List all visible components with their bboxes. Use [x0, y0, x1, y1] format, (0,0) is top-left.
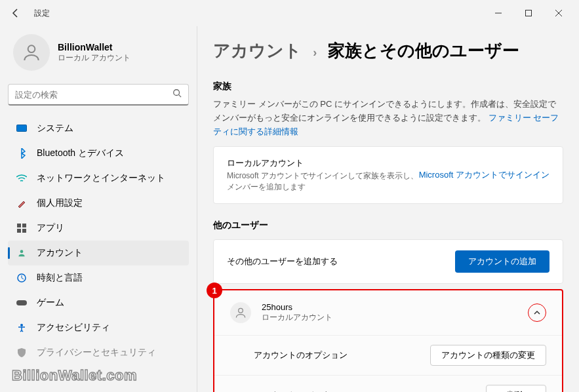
svg-rect-5 — [17, 125, 27, 132]
svg-line-4 — [179, 95, 182, 98]
breadcrumb-parent[interactable]: アカウント — [213, 41, 302, 60]
search-input[interactable] — [8, 84, 189, 106]
family-section-desc: ファミリー メンバーがこの PC にサインインできるようにします。作成者は、安全… — [213, 98, 563, 138]
network-icon — [16, 172, 28, 184]
sidebar-item-accessibility[interactable]: アクセシビリティ — [8, 315, 189, 340]
sidebar-item-label: Bluetooth とデバイス — [37, 147, 124, 159]
apps-icon — [16, 222, 28, 234]
account-data-label: アカウントとデータ — [254, 389, 330, 392]
accounts-icon — [16, 247, 28, 259]
sidebar-item-label: 時刻と言語 — [37, 272, 83, 284]
sidebar-item-personalize[interactable]: 個人用設定 — [8, 191, 189, 216]
sidebar: BillionWallet ローカル アカウント システムBluetooth と… — [0, 26, 197, 392]
svg-rect-12 — [16, 300, 27, 305]
system-icon — [16, 123, 28, 134]
add-account-button[interactable]: アカウントの追加 — [455, 250, 549, 273]
sidebar-item-label: 個人用設定 — [37, 197, 83, 209]
sidebar-item-label: ネットワークとインターネット — [37, 172, 165, 184]
family-section-title: 家族 — [213, 81, 563, 92]
chevron-up-icon[interactable] — [528, 304, 546, 322]
nav-list: システムBluetooth とデバイスネットワークとインターネット個人用設定アプ… — [8, 116, 189, 392]
local-card-sub: Microsoft アカウントでサインインして家族を表示し、メンバーを追加します — [227, 170, 419, 193]
other-users-title: 他のユーザー — [213, 220, 563, 231]
content-area: アカウント › 家族とその他のユーザー 家族 ファミリー メンバーがこの PC … — [197, 26, 579, 392]
minimize-button[interactable] — [483, 3, 513, 24]
sidebar-item-label: システム — [37, 123, 73, 134]
ms-signin-link[interactable]: Microsoft アカウントでサインイン — [419, 169, 549, 181]
sidebar-item-label: プライバシーとセキュリティ — [37, 347, 156, 359]
user-expanded-panel: 1 25hours ローカルアカウント アカウントのオプション アカウントの種類… — [213, 289, 563, 392]
add-user-card: その他のユーザーを追加する アカウントの追加 — [213, 239, 563, 284]
avatar-icon — [13, 34, 50, 71]
maximize-button[interactable] — [513, 3, 544, 24]
back-button[interactable] — [5, 3, 26, 24]
user-type: ローカルアカウント — [262, 312, 528, 323]
svg-point-3 — [174, 90, 180, 96]
svg-point-14 — [239, 309, 243, 313]
privacy-icon — [16, 347, 28, 359]
profile-name: BillionWallet — [58, 42, 130, 52]
svg-point-10 — [20, 250, 24, 253]
sidebar-item-network[interactable]: ネットワークとインターネット — [8, 166, 189, 191]
svg-point-13 — [20, 324, 23, 326]
delete-account-button[interactable]: 削除 — [486, 385, 546, 392]
sidebar-item-label: アカウント — [37, 247, 83, 259]
sidebar-item-gaming[interactable]: ゲーム — [8, 290, 189, 315]
window-title: 設定 — [34, 8, 50, 19]
svg-rect-6 — [17, 224, 21, 227]
personalize-icon — [16, 197, 28, 209]
svg-rect-7 — [22, 224, 26, 227]
account-data-row: アカウントとデータ 削除 — [214, 375, 562, 392]
svg-rect-8 — [17, 229, 21, 233]
svg-rect-1 — [526, 10, 532, 16]
svg-point-2 — [28, 45, 35, 52]
user-avatar-icon — [230, 302, 251, 323]
chevron-right-icon: › — [313, 46, 317, 59]
sidebar-item-apps[interactable]: アプリ — [8, 216, 189, 241]
account-options-label: アカウントのオプション — [254, 349, 348, 361]
account-options-row: アカウントのオプション アカウントの種類の変更 — [214, 335, 562, 375]
profile-block[interactable]: BillionWallet ローカル アカウント — [8, 26, 189, 84]
sidebar-item-label: アクセシビリティ — [37, 322, 110, 334]
sidebar-item-time[interactable]: 時刻と言語 — [8, 265, 189, 290]
profile-sub: ローカル アカウント — [58, 52, 130, 64]
sidebar-item-label: ゲーム — [37, 297, 64, 309]
sidebar-item-bluetooth[interactable]: Bluetooth とデバイス — [8, 141, 189, 166]
breadcrumb-current: 家族とその他のユーザー — [328, 41, 519, 60]
sidebar-item-system[interactable]: システム — [8, 116, 189, 141]
user-name: 25hours — [262, 302, 528, 312]
accessibility-icon — [16, 322, 28, 334]
local-card-title: ローカルアカウント — [227, 157, 419, 169]
svg-rect-9 — [22, 229, 26, 233]
bluetooth-icon — [16, 147, 28, 159]
change-account-type-button[interactable]: アカウントの種類の変更 — [430, 345, 546, 366]
sidebar-item-accounts[interactable]: アカウント — [8, 241, 189, 265]
close-button[interactable] — [544, 3, 574, 24]
user-header-row[interactable]: 25hours ローカルアカウント — [214, 290, 562, 335]
time-icon — [16, 272, 28, 284]
gaming-icon — [16, 297, 28, 309]
search-field[interactable] — [15, 90, 172, 100]
sidebar-item-label: アプリ — [37, 222, 64, 234]
breadcrumb: アカウント › 家族とその他のユーザー — [213, 26, 563, 73]
local-account-card: ローカルアカウント Microsoft アカウントでサインインして家族を表示し、… — [213, 146, 563, 204]
add-user-label: その他のユーザーを追加する — [227, 256, 455, 267]
search-icon — [172, 88, 182, 100]
sidebar-item-privacy[interactable]: プライバシーとセキュリティ — [8, 340, 189, 365]
